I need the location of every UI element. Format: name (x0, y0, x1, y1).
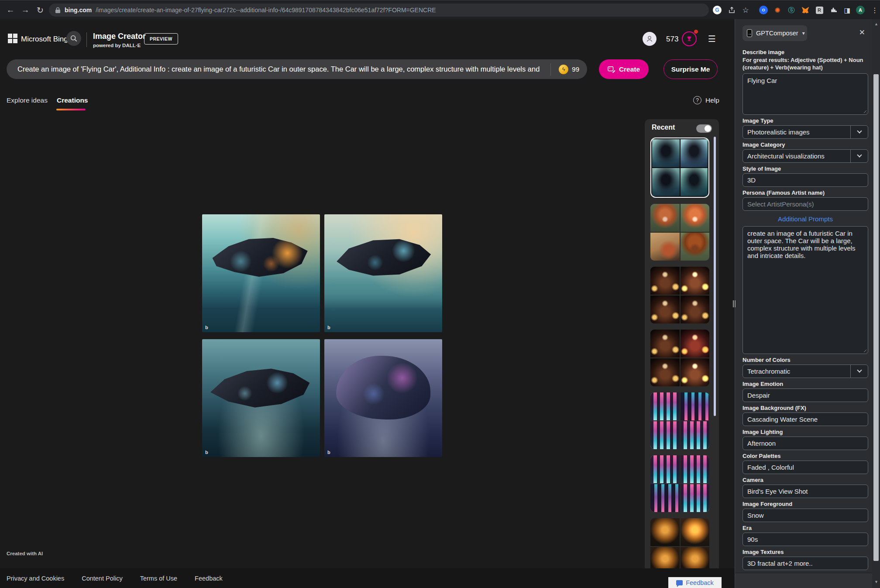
panel-resize-handle[interactable] (733, 300, 736, 307)
reload-icon[interactable]: ↻ (34, 4, 46, 16)
starburst-extension-icon[interactable]: ✺ (772, 5, 783, 15)
thumbnail[interactable] (681, 330, 710, 358)
thumbnail[interactable] (650, 455, 680, 483)
thumbnail[interactable] (681, 168, 708, 196)
thumbnail[interactable] (681, 296, 710, 323)
microsoft-logo-icon[interactable] (8, 34, 17, 43)
thumbnail[interactable] (650, 421, 680, 449)
thumbnail[interactable] (681, 233, 710, 261)
thumbnail[interactable] (652, 168, 680, 196)
thumbnail[interactable] (681, 484, 710, 512)
thumbnail[interactable] (650, 267, 680, 295)
scroll-down-icon[interactable]: ▼ (874, 580, 878, 584)
r-extension-icon[interactable]: R (814, 5, 825, 15)
additional-prompts-link[interactable]: Additional Prompts (742, 215, 868, 223)
thumbnail[interactable] (681, 267, 710, 295)
chevron-down-icon[interactable] (850, 126, 868, 138)
chevron-down-icon[interactable] (850, 150, 868, 162)
panel-scrollbar-thumb[interactable] (873, 74, 879, 561)
google-extension-icon[interactable]: G (712, 5, 722, 15)
bookmark-star-icon[interactable]: ☆ (740, 5, 751, 15)
persona-input[interactable]: Select ArtistPersona(s) (742, 197, 868, 211)
tab-creations[interactable]: Creations (57, 96, 88, 104)
url-bar[interactable]: bing.com /images/create/create-an-image-… (49, 3, 709, 17)
describe-image-textarea[interactable]: Flying Car (742, 73, 868, 115)
user-avatar[interactable] (643, 32, 657, 46)
generated-image-3[interactable]: b (202, 339, 320, 457)
chevron-down-icon[interactable] (850, 365, 868, 378)
thumbnail[interactable] (681, 455, 710, 483)
close-panel-icon[interactable]: ✕ (859, 28, 865, 37)
back-icon[interactable]: ← (4, 4, 17, 16)
thumbnail[interactable] (650, 484, 680, 512)
thumbnail[interactable] (681, 204, 710, 232)
thumbnail[interactable] (681, 392, 710, 420)
thumbnail[interactable] (681, 358, 710, 386)
browser-menu-icon[interactable]: ⋮ (870, 5, 880, 15)
create-button[interactable]: Create (599, 59, 649, 79)
footer-link-terms[interactable]: Terms of Use (140, 575, 177, 582)
thumbnail-group-portraits[interactable] (650, 204, 709, 261)
forward-icon[interactable]: → (19, 4, 31, 16)
thumbnail-group-cyberpunk-2[interactable] (650, 455, 709, 512)
brand-name[interactable]: Microsoft Bing (21, 35, 68, 44)
rewards-trophy-button[interactable] (682, 31, 697, 46)
metamask-fox-icon[interactable] (800, 5, 811, 15)
recent-scrollbar[interactable] (714, 137, 716, 416)
thumbnail[interactable] (650, 392, 680, 420)
image-background-input[interactable]: Cascading Water Scene (742, 413, 868, 426)
thumbnail[interactable] (650, 204, 680, 232)
camera-input[interactable]: Bird's Eye View Shot (742, 485, 868, 498)
image-textures-input[interactable]: 3D fractal art+2 more.. (742, 557, 868, 570)
password-extension-icon[interactable]: O (758, 5, 769, 15)
surprise-me-button[interactable]: Surprise Me (663, 59, 718, 79)
spiral-extension-icon[interactable]: ⓢ (786, 5, 797, 15)
thumbnail[interactable] (650, 233, 680, 261)
color-palettes-input[interactable]: Faded , Colorful (742, 461, 868, 474)
feedback-button[interactable]: Feedback (668, 577, 722, 588)
thumbnail-group-candlelit-2[interactable] (650, 330, 709, 386)
thumbnail-group-cyberpunk-1[interactable] (650, 392, 709, 449)
footer-link-content-policy[interactable]: Content Policy (82, 575, 123, 582)
thumbnail[interactable] (652, 139, 680, 167)
thumbnail-group-autumn[interactable] (650, 518, 709, 568)
browser-profile-avatar[interactable]: A (855, 5, 866, 15)
thumbnail[interactable] (650, 296, 680, 323)
footer-link-feedback[interactable]: Feedback (195, 575, 223, 582)
page-footer: Privacy and Cookies Content Policy Terms… (0, 568, 735, 588)
search-button[interactable] (66, 31, 81, 46)
thumbnail[interactable] (681, 547, 710, 568)
thumbnail[interactable] (650, 547, 680, 568)
thumbnail-group-flying-cars-selected[interactable] (650, 138, 709, 198)
sidebar-extension-icon[interactable]: ◨ (842, 5, 852, 15)
thumbnail[interactable] (650, 518, 680, 546)
thumbnail[interactable] (681, 421, 710, 449)
generated-image-2[interactable]: b (324, 214, 442, 332)
number-of-colors-select[interactable]: Tetrachromatic (742, 364, 868, 378)
style-of-image-input[interactable]: 3D (742, 173, 868, 187)
share-icon[interactable] (726, 5, 737, 15)
image-foreground-input[interactable]: Snow (742, 509, 868, 522)
generated-image-4[interactable]: b (324, 339, 442, 457)
footer-link-privacy[interactable]: Privacy and Cookies (7, 575, 64, 582)
additional-prompts-textarea[interactable]: create an image of a futuristic Car in o… (742, 226, 868, 354)
tab-explore-ideas[interactable]: Explore ideas (7, 96, 48, 104)
hamburger-menu-icon[interactable]: ☰ (708, 34, 716, 44)
thumbnail-group-candlelit-1[interactable] (650, 267, 709, 323)
era-input[interactable]: 90s (742, 533, 868, 546)
image-type-select[interactable]: Photorealistic images (742, 125, 868, 139)
extensions-puzzle-icon[interactable] (828, 5, 839, 15)
generated-image-1[interactable]: b (202, 214, 320, 332)
thumbnail[interactable] (650, 330, 680, 358)
image-category-select[interactable]: Architectural visualizations (742, 149, 868, 163)
thumbnail[interactable] (650, 358, 680, 386)
help-button[interactable]: ? Help (693, 96, 719, 104)
thumbnail[interactable] (681, 518, 710, 546)
gptcomposer-selector[interactable]: → GPTComposer ▾ (742, 25, 807, 41)
image-emotion-input[interactable]: Despair (742, 389, 868, 402)
scroll-up-icon[interactable]: ▲ (874, 22, 878, 26)
thumbnail[interactable] (681, 139, 708, 167)
recent-toggle[interactable] (696, 124, 712, 133)
prompt-input[interactable]: Create an image of 'Flying Car', Additio… (7, 59, 587, 79)
image-lighting-input[interactable]: Afternoon (742, 437, 868, 450)
